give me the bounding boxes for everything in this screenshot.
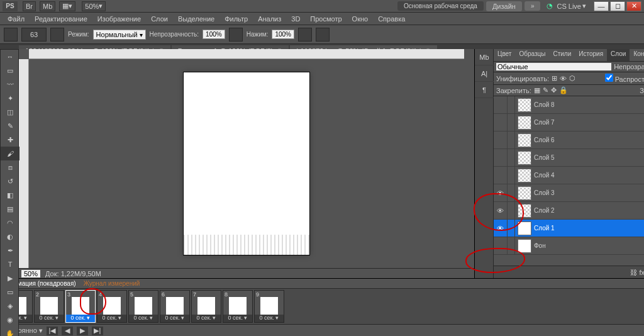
tab-color[interactable]: Цвет (494, 49, 515, 61)
layer-row[interactable]: 👁Слой 2 (494, 202, 644, 220)
layer-row[interactable]: 👁Слой 1 (494, 220, 644, 237)
frame-duration[interactable]: 0 сек. ▾ (160, 315, 189, 322)
cslive-dropdown[interactable]: ▾ (582, 2, 586, 10)
visibility-toggle[interactable] (494, 96, 508, 114)
frame[interactable]: 50 сек. ▾ (128, 290, 158, 323)
marquee-tool[interactable]: ▭ (1, 64, 19, 77)
eyedropper-tool[interactable]: ✎ (1, 119, 19, 133)
layer-name[interactable]: Слой 3 (534, 189, 555, 196)
frame-duration[interactable]: 0 сек. ▾ (223, 315, 252, 322)
layer-link-cell[interactable] (508, 220, 515, 237)
frame-duration[interactable]: 0 сек. ▾ (192, 315, 221, 322)
layer-link-cell[interactable] (508, 114, 515, 132)
brush-tool[interactable]: 🖌 (1, 147, 19, 160)
layer-row[interactable]: Слой 4 (494, 167, 644, 184)
layer-link-cell[interactable] (508, 202, 515, 220)
tab-swatches[interactable]: Образцы (515, 49, 549, 61)
menu-image[interactable]: Изображение (92, 15, 146, 23)
menu-layers[interactable]: Слои (146, 15, 173, 23)
zoom-select[interactable]: 50% ▾ (82, 1, 106, 11)
maximize-button[interactable]: ◻ (610, 1, 625, 11)
menu-select[interactable]: Выделение (173, 15, 219, 23)
vertical-ruler[interactable] (19, 59, 29, 268)
layer-thumbnail[interactable] (518, 151, 531, 165)
layer-link-cell[interactable] (508, 96, 515, 114)
visibility-toggle[interactable]: 👁 (494, 202, 508, 220)
minimize-button[interactable]: — (594, 1, 609, 11)
layer-link-cell[interactable] (508, 184, 515, 202)
3d-camera-tool[interactable]: ◉ (1, 313, 19, 327)
tab-measure-log[interactable]: Журнал измерений (80, 280, 144, 287)
eraser-tool[interactable]: ◧ (1, 188, 19, 202)
next-frame-button[interactable]: ▶| (92, 327, 103, 335)
frames-strip[interactable]: 10 сек. ▾20 сек. ▾30 сек. ▾40 сек. ▾50 с… (0, 289, 644, 324)
menu-view[interactable]: Просмотр (305, 15, 347, 23)
layer-name[interactable]: Слой 5 (534, 154, 555, 161)
crop-tool[interactable]: ◫ (1, 105, 19, 119)
layer-name[interactable]: Слой 2 (534, 207, 555, 214)
pen-tool[interactable]: ✒ (1, 244, 19, 257)
layer-row[interactable]: Фон🔒 (494, 237, 644, 255)
visibility-toggle[interactable] (494, 237, 508, 255)
layer-row[interactable]: Слой 7 (494, 114, 644, 132)
layer-name[interactable]: Слой 6 (534, 137, 555, 143)
menu-edit[interactable]: Редактирование (30, 15, 92, 23)
layer-name[interactable]: Слой 8 (534, 101, 555, 108)
first-frame-button[interactable]: |◀ (47, 327, 58, 335)
tab-history[interactable]: История (575, 49, 607, 61)
layer-thumbnail[interactable] (518, 221, 531, 235)
frame-duration[interactable]: 0 сек. ▾ (129, 315, 158, 322)
frame[interactable]: 40 сек. ▾ (97, 290, 127, 323)
layer-thumbnail[interactable] (518, 186, 531, 200)
stamp-tool[interactable]: ⧈ (1, 160, 19, 174)
path-select-tool[interactable]: ▶ (1, 271, 19, 285)
flow-input[interactable]: 100% (272, 30, 294, 39)
visibility-toggle[interactable]: 👁 (494, 184, 508, 202)
lock-pixels-icon[interactable]: ▦ (534, 86, 540, 94)
lasso-tool[interactable]: 〰 (1, 77, 19, 91)
menu-help[interactable]: Справка (373, 15, 410, 23)
frame-duration[interactable]: 0 сек. ▾ (66, 315, 95, 322)
frame[interactable]: 70 сек. ▾ (191, 290, 221, 323)
frame-duration[interactable]: 0 сек. ▾ (97, 315, 126, 322)
layer-row[interactable]: Слой 6 (494, 132, 644, 149)
unify-style-icon[interactable]: ⬡ (569, 74, 575, 82)
hand-tool[interactable]: ✋ (1, 327, 19, 336)
layer-thumbnail[interactable] (518, 169, 531, 182)
visibility-toggle[interactable] (494, 149, 508, 167)
lock-all-icon[interactable]: 🔒 (559, 86, 568, 94)
layer-link-cell[interactable] (508, 132, 515, 149)
layer-thumbnail[interactable] (518, 239, 531, 253)
brush-preset-picker[interactable]: 63 (21, 28, 47, 42)
tab-paths[interactable]: Контуры (630, 49, 644, 61)
blend-mode[interactable]: Обычные (496, 63, 611, 70)
horizontal-ruler[interactable] (29, 49, 464, 59)
dock-char-icon[interactable]: A| (475, 65, 494, 82)
visibility-toggle[interactable] (494, 114, 508, 132)
cslive-icon[interactable]: ◔ (547, 2, 553, 10)
unify-pos-icon[interactable]: ⊞ (552, 74, 557, 82)
layer-name[interactable]: Слой 7 (534, 119, 555, 126)
view-extras-button[interactable]: ▦▾ (59, 1, 75, 11)
gradient-tool[interactable]: ▤ (1, 202, 19, 216)
layer-link-cell[interactable] (508, 167, 515, 184)
mini-bridge-button[interactable]: Mb (40, 1, 55, 11)
current-tool-icon[interactable] (4, 28, 18, 42)
frame[interactable]: 20 сек. ▾ (34, 290, 64, 323)
brush-panel-toggle[interactable] (50, 28, 64, 42)
tablet-size-icon[interactable] (316, 28, 330, 42)
lock-brush-icon[interactable]: ✎ (543, 86, 548, 94)
menu-filter[interactable]: Фильтр (219, 15, 253, 23)
menu-file[interactable]: Файл (3, 15, 30, 23)
layer-name[interactable]: Фон (534, 242, 546, 249)
3d-tool[interactable]: ◈ (1, 299, 19, 313)
dodge-tool[interactable]: ◐ (1, 230, 19, 244)
lock-move-icon[interactable]: ✥ (551, 86, 557, 94)
cslive-label[interactable]: CS Live (557, 3, 581, 10)
layers-list[interactable]: Слой 8Слой 7Слой 6Слой 5Слой 4👁Слой 3👁Сл… (494, 96, 644, 266)
menu-3d[interactable]: 3D (286, 15, 305, 23)
frame-duration[interactable]: 0 сек. ▾ (35, 315, 64, 322)
dock-mb-icon[interactable]: Mb (475, 49, 494, 65)
blend-mode-select[interactable]: Нормальный ▾ (93, 30, 146, 40)
opacity-input[interactable]: 100% (203, 30, 225, 39)
